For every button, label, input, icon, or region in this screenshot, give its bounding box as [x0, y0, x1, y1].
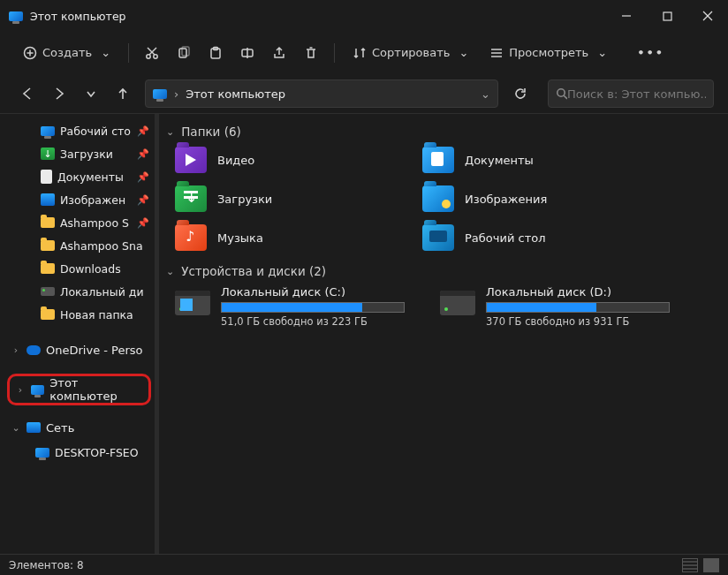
folder-item[interactable]: Изображения: [422, 185, 634, 213]
search-input[interactable]: [567, 87, 706, 101]
drive-item[interactable]: Локальный диск (C:) 51,0 ГБ свободно из …: [175, 285, 405, 328]
sidebar-quick-item[interactable]: Локальный ди: [0, 280, 155, 303]
toolbar: Создать ⌄ Сортировать ⌄ Просмотреть ⌄ ••…: [0, 32, 728, 74]
divider: [334, 43, 335, 63]
details-view-button[interactable]: [682, 558, 698, 572]
status-bar: Элементов: 8: [0, 554, 728, 575]
chevron-right-icon: ›: [11, 344, 21, 356]
group-header-label: Устройства и диски (2): [181, 264, 326, 278]
sidebar-this-pc[interactable]: › Этот компьютер: [11, 378, 147, 401]
titlebar: Этот компьютер: [0, 0, 728, 32]
highlight-annotation: › Этот компьютер: [7, 374, 151, 405]
new-button[interactable]: Создать ⌄: [14, 41, 119, 65]
folder-item[interactable]: Музыка: [175, 223, 387, 252]
pin-icon: 📌: [137, 171, 149, 183]
music-folder-icon: [175, 224, 207, 251]
sidebar-quick-item[interactable]: Рабочий сто 📌: [0, 119, 155, 142]
sidebar-item-label: Ashampoo S: [60, 216, 129, 230]
thispc-icon: [9, 11, 23, 21]
pics-folder-icon: [422, 185, 454, 212]
more-button[interactable]: •••: [630, 41, 671, 64]
sidebar-quick-item[interactable]: ↓ Загрузки 📌: [0, 142, 155, 165]
sidebar-item-label: Ashampoo Sna: [60, 239, 143, 253]
folder-icon: [41, 309, 55, 320]
chevron-down-icon: ⌄: [459, 46, 468, 59]
rename-button[interactable]: [233, 41, 262, 65]
cut-button[interactable]: [138, 41, 166, 65]
body: Рабочий сто 📌↓ Загрузки 📌 Документы 📌 Из…: [0, 113, 728, 554]
sidebar-onedrive[interactable]: › OneDrive - Perso: [0, 337, 155, 363]
drive-free-text: 51,0 ГБ свободно из 223 ГБ: [221, 315, 405, 328]
down-folder-icon: ↓: [175, 185, 207, 212]
sort-button-label: Сортировать: [372, 46, 450, 59]
close-button[interactable]: [687, 0, 728, 32]
pin-icon: 📌: [137, 148, 149, 160]
downloads-icon: ↓: [41, 148, 55, 160]
pic-icon: [41, 193, 55, 206]
recent-button[interactable]: [78, 80, 104, 107]
sidebar: Рабочий сто 📌↓ Загрузки 📌 Документы 📌 Из…: [0, 114, 155, 554]
network-icon: [27, 422, 41, 433]
view-button[interactable]: Просмотреть ⌄: [481, 41, 616, 65]
folder-label: Рабочий стол: [465, 231, 545, 245]
sort-button[interactable]: Сортировать ⌄: [344, 41, 477, 65]
sidebar-item-label: Этот компьютер: [49, 376, 147, 403]
folder-item[interactable]: Документы: [422, 146, 634, 174]
minimize-button[interactable]: [606, 0, 647, 32]
drive-free-text: 370 ГБ свободно из 931 ГБ: [486, 315, 670, 328]
forward-button[interactable]: [46, 80, 72, 107]
main-pane: ⌄ Папки (6) Видео Документы↓ Загрузки Из…: [159, 114, 728, 554]
chevron-down-icon: ⌄: [166, 126, 174, 138]
status-text: Элементов: 8: [9, 559, 84, 571]
delete-button[interactable]: [297, 41, 325, 65]
sidebar-quick-item[interactable]: Ashampoo Sna: [0, 234, 155, 257]
monitor-icon: [41, 126, 55, 136]
divider: [128, 43, 129, 63]
folder-item[interactable]: Рабочий стол: [422, 223, 634, 252]
drive-usage-bar: [221, 302, 405, 313]
chevron-down-icon: ⌄: [11, 422, 21, 434]
sidebar-network[interactable]: ⌄ Сеть: [0, 414, 155, 441]
drive-icon: [175, 291, 210, 315]
search-icon: [556, 87, 567, 100]
sidebar-item-label: Новая папка: [60, 308, 133, 322]
group-drives[interactable]: ⌄ Устройства и диски (2): [166, 264, 717, 278]
new-button-label: Создать: [42, 46, 92, 59]
refresh-button[interactable]: [507, 80, 534, 107]
back-button[interactable]: [14, 80, 41, 107]
sidebar-quick-item[interactable]: Новая папка: [0, 303, 155, 326]
folder-icon: [41, 240, 55, 251]
address-bar[interactable]: › Этот компьютер ⌄: [145, 79, 498, 108]
pin-icon: 📌: [137, 194, 149, 206]
search-box[interactable]: [548, 79, 714, 108]
svg-rect-1: [664, 12, 671, 20]
chevron-down-icon[interactable]: ⌄: [481, 87, 490, 101]
sidebar-item-label: Локальный ди: [60, 285, 144, 299]
folder-label: Загрузки: [217, 193, 272, 206]
chevron-down-icon: ⌄: [597, 46, 607, 59]
sidebar-quick-item[interactable]: Downloads: [0, 257, 155, 280]
breadcrumb-location[interactable]: Этот компьютер: [186, 87, 285, 101]
sidebar-item-label: Документы: [57, 170, 124, 184]
folder-item[interactable]: ↓ Загрузки: [175, 185, 387, 213]
drive-usage-bar: [486, 302, 670, 313]
folder-item[interactable]: Видео: [175, 146, 387, 174]
sidebar-network-child[interactable]: DESKTOP-FSEO: [0, 441, 155, 464]
copy-button[interactable]: [170, 41, 198, 65]
sidebar-quick-item[interactable]: Документы 📌: [0, 165, 155, 188]
tiles-view-button[interactable]: [703, 558, 719, 572]
sidebar-quick-item[interactable]: Ashampoo S 📌: [0, 211, 155, 234]
group-folders[interactable]: ⌄ Папки (6): [166, 125, 717, 139]
up-button[interactable]: [110, 80, 136, 107]
share-button[interactable]: [265, 41, 293, 65]
paste-button[interactable]: [201, 41, 230, 65]
drive-icon: [41, 287, 55, 296]
sidebar-quick-item[interactable]: Изображен 📌: [0, 188, 155, 211]
view-button-label: Просмотреть: [509, 46, 588, 59]
thispc-icon: [153, 89, 167, 99]
drive-item[interactable]: Локальный диск (D:) 370 ГБ свободно из 9…: [440, 285, 670, 328]
nav-row: › Этот компьютер ⌄: [0, 74, 728, 113]
maximize-button[interactable]: [647, 0, 687, 32]
folder-icon: [41, 217, 55, 228]
drive-name: Локальный диск (D:): [486, 285, 670, 299]
